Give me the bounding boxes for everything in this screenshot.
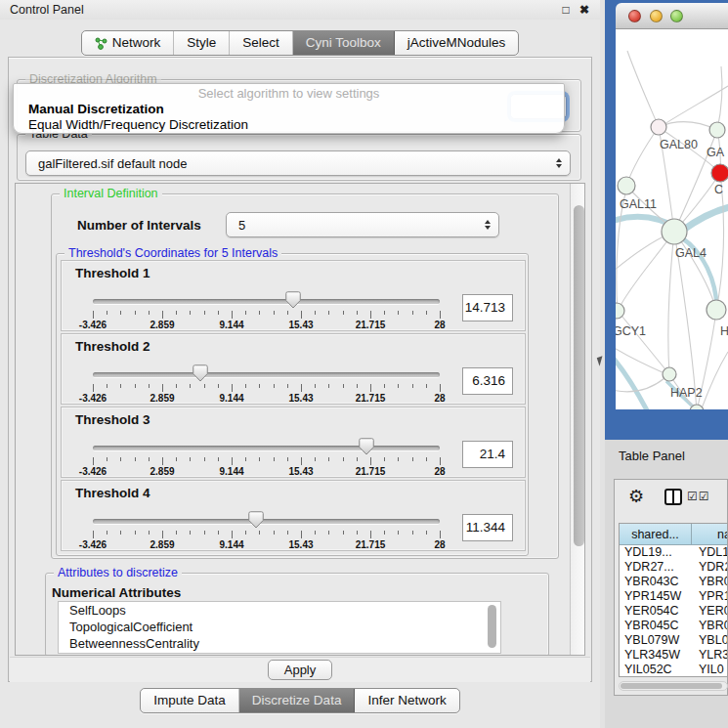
slider-thumb[interactable] — [248, 511, 264, 529]
tick-mark — [328, 311, 329, 315]
tab-impute-data[interactable]: Impute Data — [141, 689, 239, 712]
table-cell[interactable]: YBR043C — [620, 575, 692, 589]
table-cell[interactable]: YBL0 — [692, 633, 728, 648]
num-intervals-combobox[interactable]: 5 — [226, 212, 499, 237]
tick-mark — [287, 457, 288, 461]
threshold-2-value-field[interactable]: 6.316 — [462, 367, 513, 395]
table-data-combobox[interactable]: galFiltered.sif default node — [25, 150, 571, 176]
table-cell[interactable]: YBR0 — [692, 575, 728, 589]
slider-track[interactable] — [93, 519, 440, 524]
panel-title: Control Panel — [10, 3, 84, 17]
table-cell[interactable]: YBR0 — [692, 619, 728, 633]
scrollbar-thumb[interactable] — [574, 205, 584, 546]
tick-mark — [384, 457, 385, 461]
slider-ticks — [93, 531, 440, 539]
table-row[interactable]: YIL052CYIL0 — [620, 663, 728, 677]
tick-mark — [135, 457, 136, 461]
network-node-H[interactable] — [707, 300, 726, 320]
table-cell[interactable]: YDR27... — [620, 560, 692, 575]
tab-network[interactable]: Network — [82, 31, 175, 55]
table-cell[interactable]: YIL0 — [692, 663, 728, 677]
tick-label: -3.426 — [79, 393, 107, 404]
threshold-4-slider[interactable] — [93, 510, 440, 532]
table-row[interactable]: YBR045CYBR0 — [620, 619, 728, 633]
table-cell[interactable]: YDL1 — [692, 545, 728, 560]
network-node-GA[interactable] — [709, 122, 725, 138]
table-cell[interactable]: YBR045C — [620, 619, 692, 633]
slider-thumb[interactable] — [359, 438, 374, 455]
close-icon[interactable]: ✖ — [578, 3, 591, 17]
column-header-shared-name[interactable]: shared... — [620, 524, 692, 545]
node-label: C — [714, 183, 723, 196]
threshold-1-slider[interactable] — [93, 290, 440, 312]
slider-track[interactable] — [93, 299, 440, 304]
table-row[interactable]: YBL079WYBL0 — [620, 633, 728, 648]
table-cell[interactable]: YDR2 — [692, 560, 728, 575]
threshold-3-slider[interactable] — [93, 437, 440, 458]
attribute-list-item[interactable]: BetweennessCentrality — [59, 635, 500, 652]
attribute-list-item[interactable]: TopologicalCoefficient — [59, 619, 500, 635]
threshold-4-value-field[interactable]: 11.344 — [462, 514, 513, 541]
gear-icon[interactable]: ⚙ — [628, 486, 644, 507]
slider-thumb[interactable] — [285, 291, 301, 309]
network-node-GCY1[interactable] — [616, 303, 624, 319]
table-row[interactable]: YLR345WYLR3 — [620, 648, 728, 663]
tab-cyni-toolbox[interactable]: Cyni Toolbox — [293, 31, 395, 55]
float-window-icon[interactable]: □ — [559, 3, 573, 17]
network-node-HAP2[interactable] — [663, 367, 676, 381]
tick-mark — [274, 384, 275, 388]
slider-thumb[interactable] — [193, 364, 208, 382]
table-cell[interactable]: YLR3 — [692, 648, 728, 663]
attributes-list-scrollbar[interactable] — [487, 604, 497, 651]
tab-select[interactable]: Select — [230, 31, 293, 55]
table-row[interactable]: YDR27...YDR2 — [620, 560, 728, 575]
network-canvas[interactable]: GAL80GACGAL11GAL4GCY1HHAP2 — [616, 29, 728, 409]
threshold-2-slider[interactable] — [93, 364, 440, 385]
attribute-list-item[interactable]: SelfLoops — [59, 602, 500, 619]
network-node-C[interactable] — [711, 164, 728, 182]
close-traffic-light[interactable] — [628, 10, 641, 22]
minimize-traffic-light[interactable] — [650, 10, 663, 22]
table-row[interactable]: YPR145WYPR1 — [620, 589, 728, 604]
tab-style[interactable]: Style — [174, 31, 230, 55]
tick-mark — [232, 531, 233, 538]
columns-icon[interactable] — [664, 489, 682, 505]
scrollbar-thumb[interactable] — [621, 683, 722, 689]
threshold-1-value-field[interactable]: 14.713 — [462, 294, 513, 321]
settings-vertical-scrollbar[interactable] — [570, 184, 585, 656]
tab-jactivemnodules[interactable]: jActiveMNodules — [395, 31, 519, 55]
slider-track[interactable] — [93, 446, 440, 450]
table-row[interactable]: YBR043CYBR0 — [620, 575, 728, 589]
checkbox-icons[interactable]: ☑☑ — [687, 490, 710, 503]
tab-discretize-data[interactable]: Discretize Data — [239, 689, 356, 712]
table-cell[interactable]: YIL052C — [620, 663, 692, 677]
dropdown-item-manual-discretization[interactable]: Manual Discretization — [14, 102, 564, 117]
attributes-group: Attributes to discretize Numerical Attri… — [45, 573, 549, 656]
tab-infer-network[interactable]: Infer Network — [355, 689, 458, 712]
table-row[interactable]: YDL19...YDL1 — [620, 545, 728, 560]
tick-mark — [135, 531, 136, 535]
apply-button[interactable]: Apply — [268, 660, 332, 680]
dropdown-item-equal-width-frequency[interactable]: Equal Width/Frequency Discretization — [14, 117, 564, 133]
table-cell[interactable]: YPR1 — [692, 589, 728, 604]
dropdown-prompt-item[interactable]: Select algorithm to view settings — [14, 86, 564, 102]
table-cell[interactable]: YER054C — [620, 604, 692, 619]
table-row[interactable]: YER054CYER0 — [620, 604, 728, 619]
threshold-3-value-field[interactable]: 21.4 — [462, 441, 513, 468]
table-horizontal-scrollbar[interactable] — [619, 681, 728, 691]
table-cell[interactable]: YBL079W — [620, 633, 692, 648]
table-cell[interactable]: YLR345W — [620, 648, 692, 663]
table-cell[interactable]: YDL19... — [620, 545, 692, 560]
tick-mark — [259, 457, 260, 461]
table-rows: YDL19...YDL1YDR27...YDR2YBR043CYBR0YPR14… — [620, 545, 728, 677]
zoom-traffic-light[interactable] — [670, 10, 683, 22]
network-node-GAL4[interactable] — [662, 219, 687, 244]
table-cell[interactable]: YER0 — [692, 604, 728, 619]
slider-track[interactable] — [93, 372, 440, 377]
table-cell[interactable]: YPR145W — [620, 589, 692, 604]
network-node-GAL80[interactable] — [651, 119, 666, 135]
threshold-2-panel: Threshold 2 -3.4262.8599.14415.4321.7152… — [61, 333, 526, 405]
numerical-attributes-list[interactable]: SelfLoopsTopologicalCoefficientBetweenne… — [58, 601, 501, 654]
network-node-GAL11[interactable] — [618, 177, 635, 194]
column-header-name[interactable]: na — [692, 524, 728, 545]
